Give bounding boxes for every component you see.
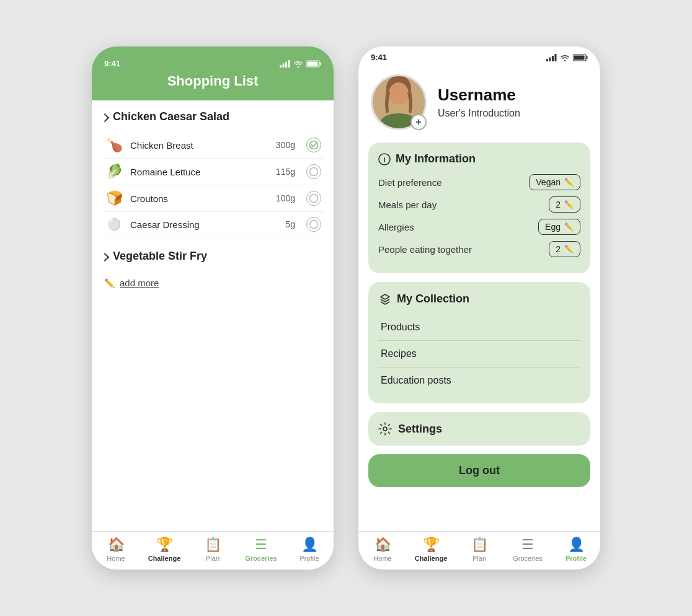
- meals-edit-button[interactable]: 2 ✏️: [549, 196, 580, 213]
- nav-item-groceries[interactable]: ☰ Groceries: [237, 537, 285, 562]
- nav-label-challenge: Challenge: [415, 555, 448, 562]
- collection-item-education[interactable]: Education posts: [378, 367, 580, 394]
- svg-point-10: [310, 221, 318, 229]
- info-card: i My Information Diet preference Vegan ✏…: [368, 143, 590, 273]
- profile-icon: 👤: [568, 537, 585, 553]
- profile-status-time: 9:41: [371, 53, 387, 62]
- nav-item-home[interactable]: 🏠 Home: [358, 537, 407, 562]
- edit-pencil-icon: ✏️: [564, 200, 574, 209]
- ingredient-amount: 5g: [285, 219, 295, 229]
- profile-header: + Username User's Introduction: [368, 64, 590, 143]
- ingredient-name: Croutons: [130, 193, 270, 204]
- collection-item-products[interactable]: Products: [378, 314, 580, 341]
- battery-icon: [306, 60, 321, 68]
- info-row-allergies: Allergies Egg ✏️: [378, 219, 580, 235]
- logout-button[interactable]: Log out: [368, 454, 590, 487]
- battery-icon: [573, 54, 588, 61]
- nav-label-groceries: Groceries: [245, 555, 277, 562]
- profile-content: + Username User's Introduction i My Info…: [358, 64, 600, 531]
- ingredient-emoji: 🍞: [104, 190, 124, 206]
- collection-item-recipes[interactable]: Recipes: [378, 341, 580, 367]
- nav-label-profile: Profile: [566, 555, 587, 562]
- shopping-status-bar: 9:41: [92, 53, 334, 71]
- nav-item-home[interactable]: 🏠 Home: [92, 537, 140, 562]
- shopping-header: 9:41: [92, 46, 334, 100]
- svg-rect-0: [280, 65, 282, 68]
- collection-card: My Collection Products Recipes Education…: [368, 282, 590, 403]
- svg-rect-16: [587, 56, 588, 59]
- svg-rect-1: [283, 63, 285, 68]
- svg-rect-13: [552, 56, 554, 61]
- edit-pencil-icon: ✏️: [564, 222, 574, 231]
- svg-rect-2: [285, 62, 287, 68]
- shopping-list-title: Shopping List: [92, 73, 334, 89]
- svg-rect-12: [549, 57, 551, 61]
- plan-icon: 📋: [205, 537, 221, 553]
- ingredient-emoji: 🥬: [104, 164, 124, 180]
- nav-item-plan[interactable]: 📋 Plan: [455, 537, 503, 562]
- check-circle-checked[interactable]: [306, 138, 321, 152]
- recipe-group-caesar: Chicken Caesar Salad 🍗 Chicken Breast 30…: [102, 108, 324, 237]
- wifi-icon: [293, 60, 303, 68]
- ingredient-name: Caesar Dressing: [130, 219, 279, 230]
- diet-edit-button[interactable]: Vegan ✏️: [529, 174, 580, 190]
- collection-card-title: My Collection: [378, 292, 580, 306]
- home-icon: 🏠: [108, 537, 125, 553]
- info-label-meals: Meals per day: [378, 200, 437, 210]
- nav-label-profile: Profile: [299, 555, 319, 562]
- shopping-bottom-nav: 🏠 Home 🏆 Challenge 📋 Plan ☰ Groceries 👤 …: [92, 531, 334, 570]
- nav-item-profile[interactable]: 👤 Profile: [285, 537, 334, 562]
- signal-icon: [280, 60, 290, 68]
- ingredient-amount: 300g: [276, 140, 295, 150]
- people-edit-button[interactable]: 2 ✏️: [549, 241, 580, 257]
- recipe-title-caesar[interactable]: Chicken Caesar Salad: [102, 108, 324, 126]
- check-circle[interactable]: [306, 164, 321, 179]
- add-more-row: ✏️ add more: [102, 275, 324, 291]
- add-more-link[interactable]: add more: [120, 278, 159, 288]
- nav-label-plan: Plan: [206, 555, 220, 562]
- ingredient-name: Chicken Breast: [130, 140, 270, 151]
- chevron-right-icon: [100, 252, 109, 261]
- edit-pencil-icon: ✏️: [564, 178, 574, 187]
- shopping-content[interactable]: Chicken Caesar Salad 🍗 Chicken Breast 30…: [92, 100, 334, 531]
- svg-rect-3: [288, 60, 290, 68]
- info-row-people: People eating together 2 ✏️: [378, 241, 580, 257]
- wifi-icon: [560, 54, 570, 61]
- info-label-people: People eating together: [378, 244, 472, 255]
- edit-icon: ✏️: [104, 278, 115, 288]
- signal-icon: [546, 54, 557, 61]
- profile-status-bar: 9:41: [358, 46, 600, 64]
- check-circle[interactable]: [306, 191, 321, 206]
- chevron-right-icon: [100, 113, 109, 121]
- nav-item-challenge[interactable]: 🏆 Challenge: [407, 537, 455, 562]
- nav-item-profile[interactable]: 👤 Profile: [552, 537, 600, 562]
- recipe-title-stirfry[interactable]: Vegetable Stir Fry: [102, 247, 324, 265]
- edit-pencil-icon: ✏️: [564, 245, 574, 253]
- nav-item-plan[interactable]: 📋 Plan: [189, 537, 237, 562]
- nav-label-challenge: Challenge: [148, 555, 181, 562]
- check-circle[interactable]: [306, 217, 321, 232]
- challenge-icon: 🏆: [423, 537, 440, 553]
- settings-button[interactable]: Settings: [368, 412, 590, 446]
- collection-icon: [378, 292, 392, 306]
- ingredient-row: 🍗 Chicken Breast 300g: [102, 132, 324, 159]
- allergies-edit-button[interactable]: Egg ✏️: [538, 219, 580, 235]
- svg-rect-17: [574, 55, 585, 59]
- nav-item-challenge[interactable]: 🏆 Challenge: [140, 537, 189, 562]
- svg-rect-14: [555, 54, 557, 61]
- nav-label-home: Home: [373, 555, 391, 562]
- profile-intro: User's Introduction: [438, 108, 520, 119]
- svg-point-23: [383, 427, 387, 431]
- svg-point-8: [310, 168, 318, 176]
- nav-item-groceries[interactable]: ☰ Groceries: [503, 537, 552, 562]
- ingredient-amount: 100g: [276, 193, 295, 203]
- profile-bottom-nav: 🏠 Home 🏆 Challenge 📋 Plan ☰ Groceries 👤 …: [358, 531, 600, 570]
- settings-label: Settings: [398, 423, 442, 436]
- avatar-add-button[interactable]: +: [410, 114, 427, 130]
- ingredient-name: Romaine Lettuce: [130, 167, 270, 177]
- ingredient-row: 🍞 Croutons 100g: [102, 185, 324, 212]
- info-icon: i: [378, 153, 391, 165]
- info-row-meals: Meals per day 2 ✏️: [378, 196, 580, 213]
- nav-label-plan: Plan: [472, 555, 486, 562]
- plan-icon: 📋: [471, 537, 488, 553]
